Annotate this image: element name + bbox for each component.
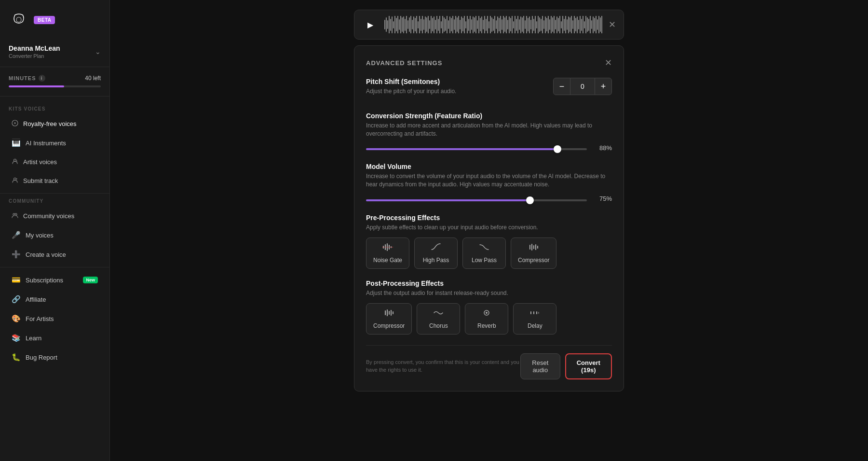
convert-button[interactable]: Convert (19s) xyxy=(565,353,612,379)
plus-icon: + xyxy=(601,82,606,92)
waveform-bar xyxy=(451,18,452,31)
low-pass-button[interactable]: Low Pass xyxy=(462,237,506,269)
high-pass-button[interactable]: High Pass xyxy=(414,237,458,269)
waveform-bar xyxy=(407,20,408,29)
reverb-button[interactable]: Reverb xyxy=(465,303,508,335)
waveform-bar xyxy=(507,20,508,29)
svg-rect-20 xyxy=(393,311,393,314)
noise-gate-label: Noise Gate xyxy=(373,257,402,264)
waveform-bar xyxy=(465,21,466,28)
waveform-bar xyxy=(565,16,566,33)
waveform-bar xyxy=(419,16,420,33)
svg-rect-25 xyxy=(536,311,537,314)
post-compressor-button[interactable]: Compressor xyxy=(366,303,412,335)
waveform-bar xyxy=(484,16,485,33)
sidebar-item-community-voices[interactable]: Community voices xyxy=(3,207,107,225)
pitch-minus-button[interactable]: − xyxy=(553,78,570,95)
waveform-bar xyxy=(558,18,559,31)
waveform-bar xyxy=(596,16,597,33)
delay-button[interactable]: Delay xyxy=(513,303,556,335)
pitch-shift-desc: Adjust the pitch of your input audio. xyxy=(366,87,456,96)
pre-compressor-button[interactable]: Compressor xyxy=(511,237,556,269)
for-artists-icon: 🎨 xyxy=(12,314,21,323)
waveform-bar xyxy=(578,20,579,29)
sidebar-item-ai-instruments[interactable]: 🎹 AI Instruments xyxy=(3,134,107,152)
model-volume-slider[interactable] xyxy=(366,199,587,201)
waveform-bar xyxy=(478,16,479,33)
pre-processing-name: Pre-Processing Effects xyxy=(366,214,612,222)
waveform-bar xyxy=(402,17,403,32)
conversion-strength-block: Conversion Strength (Feature Ratio) Incr… xyxy=(366,112,612,153)
sidebar-item-affiliate[interactable]: 🔗 Affiliate xyxy=(3,290,107,308)
post-processing-block: Post-Processing Effects Adjust the outpu… xyxy=(366,279,612,335)
svg-rect-11 xyxy=(529,245,530,250)
delay-icon xyxy=(529,308,540,320)
waveform-bar xyxy=(449,16,450,33)
svg-point-3 xyxy=(13,213,15,215)
sidebar-item-royalty-free-voices[interactable]: Royalty-free voices xyxy=(3,115,107,133)
svg-rect-15 xyxy=(537,246,538,249)
model-volume-slider-row: 75% xyxy=(366,195,612,203)
user-row[interactable]: Deanna McLean Converter Plan ⌄ xyxy=(9,44,101,59)
waveform-bar xyxy=(460,20,461,29)
waveform-bar xyxy=(442,16,443,33)
waveform-bar xyxy=(559,16,560,33)
subscriptions-icon: 💳 xyxy=(12,276,21,284)
waveform-bar xyxy=(535,16,536,33)
royalty-free-label: Royalty-free voices xyxy=(23,120,77,127)
waveform-bar xyxy=(575,18,576,31)
conversion-strength-slider[interactable] xyxy=(366,148,587,150)
conversion-strength-slider-container xyxy=(366,143,587,152)
sidebar-item-learn[interactable]: 📚 Learn xyxy=(3,329,107,347)
svg-rect-16 xyxy=(385,310,386,315)
post-processing-desc: Adjust the output audio for instant rele… xyxy=(366,289,612,297)
waveform-bar xyxy=(387,20,388,29)
svg-rect-26 xyxy=(538,312,539,314)
community-label: COMMUNITY xyxy=(0,198,109,204)
sidebar-item-create-voice[interactable]: ➕ Create a voice xyxy=(3,245,107,264)
waveform-bar xyxy=(503,16,504,33)
minutes-left: 40 left xyxy=(85,75,101,82)
waveform-bar xyxy=(568,16,569,33)
submit-track-label: Submit track xyxy=(23,177,58,184)
waveform-bar xyxy=(590,16,591,33)
waveform-bar xyxy=(405,19,406,31)
sidebar-item-bug-report[interactable]: 🐛 Bug Report xyxy=(3,348,107,366)
sidebar-item-artist-voices[interactable]: Artist voices xyxy=(3,153,107,171)
waveform-bar xyxy=(536,21,537,28)
pitch-plus-button[interactable]: + xyxy=(595,78,612,95)
waveform-bar xyxy=(548,16,549,33)
waveform-bar xyxy=(439,16,440,33)
waveform-bar xyxy=(506,16,507,33)
chorus-label: Chorus xyxy=(429,322,448,329)
waveform-bar xyxy=(431,16,432,33)
svg-rect-14 xyxy=(535,244,536,250)
play-button[interactable]: ▶ xyxy=(362,16,379,33)
waveform-bar xyxy=(423,19,424,30)
waveform-bar xyxy=(480,18,481,31)
waveform-bar xyxy=(499,18,500,31)
content-area: ▶ ✕ ADVANCED SETTINGS ✕ Pitch Shift (Sem… xyxy=(354,10,624,391)
submit-track-icon xyxy=(12,177,18,185)
reset-audio-button[interactable]: Reset audio xyxy=(520,353,560,379)
settings-title: ADVANCED SETTINGS xyxy=(366,59,442,67)
waveform-bar xyxy=(393,21,394,28)
settings-close-button[interactable]: ✕ xyxy=(605,57,612,68)
close-audio-button[interactable]: ✕ xyxy=(609,19,616,30)
sidebar-item-submit-track[interactable]: Submit track xyxy=(3,172,107,190)
waveform-bar xyxy=(504,17,505,32)
waveform-bar xyxy=(577,16,578,33)
waveform-bar xyxy=(570,17,570,32)
waveform-bar xyxy=(475,16,476,33)
sidebar-item-for-artists[interactable]: 🎨 For Artists xyxy=(3,309,107,328)
sidebar-item-my-voices[interactable]: 🎤 My voices xyxy=(3,226,107,244)
sidebar-item-subscriptions[interactable]: 💳 Subscriptions New xyxy=(3,271,107,289)
waveform-bar xyxy=(483,20,484,29)
waveform-bar xyxy=(491,17,492,32)
noise-gate-button[interactable]: Noise Gate xyxy=(366,237,409,269)
waveform-bar xyxy=(530,20,531,29)
conversion-strength-value: 88% xyxy=(593,144,612,152)
waveform-bar xyxy=(488,21,489,28)
waveform-bar xyxy=(496,20,497,29)
chorus-button[interactable]: Chorus xyxy=(417,303,460,335)
